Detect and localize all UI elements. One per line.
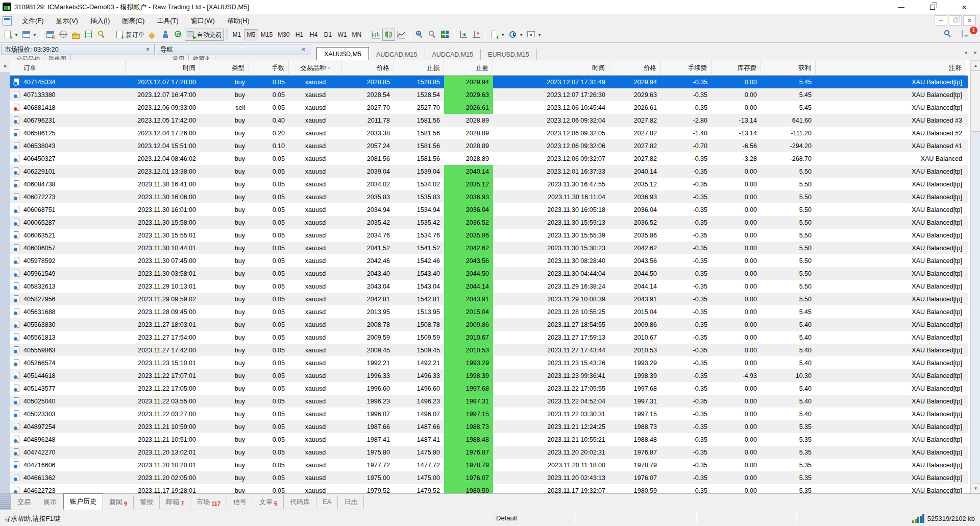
- new-order-button[interactable]: + 新订单: [114, 29, 146, 41]
- candlestick-button[interactable]: [382, 29, 395, 41]
- templates-button[interactable]: ▼: [525, 29, 544, 41]
- column-header-close_price[interactable]: 价格: [609, 60, 661, 76]
- bar-chart-button[interactable]: [370, 29, 382, 41]
- timeframe-mn[interactable]: MN: [350, 29, 364, 40]
- history-row[interactable]: 4048962482023.11.21 10:51:00buy0.05xauus…: [10, 433, 968, 446]
- bottom-tab-新闻[interactable]: 新闻9: [103, 495, 134, 509]
- history-row[interactable]: 4060635212023.11.30 15:55:01buy0.05xauus…: [10, 229, 968, 242]
- history-row[interactable]: 4047422702023.11.20 13:02:01buy0.05xauus…: [10, 446, 968, 459]
- history-row[interactable]: 4064503272023.12.04 08:46:02buy0.05xauus…: [10, 152, 968, 165]
- chart-shift-button[interactable]: [470, 29, 483, 41]
- column-header-comment[interactable]: 注释: [816, 60, 966, 76]
- new-chart-button[interactable]: + ▼: [2, 29, 20, 41]
- scroll-up-icon[interactable]: ▴: [971, 60, 980, 70]
- history-row[interactable]: 4071453342023.12.07 17:28:00buy0.05xauus…: [10, 76, 968, 88]
- timeframe-m30[interactable]: M30: [275, 29, 292, 40]
- metaeditor-button[interactable]: ◆: [146, 29, 159, 41]
- column-header-type[interactable]: 类型: [200, 60, 249, 76]
- history-row[interactable]: 4047166062023.11.20 10:20:01buy0.05xauus…: [10, 459, 968, 471]
- restore-button[interactable]: [924, 2, 941, 13]
- menu-帮助H[interactable]: 帮助(H): [221, 15, 256, 27]
- history-row[interactable]: 4059615492023.11.30 03:58:01buy0.05xauus…: [10, 267, 968, 280]
- history-row[interactable]: 4060060572023.11.30 10:44:01buy0.05xauus…: [10, 242, 968, 254]
- tile-windows-button[interactable]: [439, 29, 452, 41]
- history-row[interactable]: 4065380432023.12.04 15:51:00buy0.10xauus…: [10, 139, 968, 152]
- column-header-close_time[interactable]: 时间: [493, 60, 609, 76]
- column-header-symbol[interactable]: 交易品种▿: [289, 60, 342, 76]
- history-row[interactable]: 4055638302023.11.27 18:03:01buy0.05xauus…: [10, 318, 968, 331]
- history-row[interactable]: 4046227232023.11.17 19:28:01buy0.05xauus…: [10, 484, 968, 493]
- chart-tab-1[interactable]: AUDCAD,M15: [369, 49, 425, 60]
- bottom-tab-EA[interactable]: EA: [316, 495, 338, 509]
- child-close-button[interactable]: ×: [963, 15, 976, 26]
- history-row[interactable]: 4071333802023.12.07 16:47:00buy0.05xauus…: [10, 88, 968, 101]
- history-row[interactable]: 4046613622023.11.20 02:05:00buy0.05xauus…: [10, 471, 968, 484]
- indicators-button[interactable]: + ▼: [488, 29, 507, 41]
- profiles-button[interactable]: ▼: [20, 29, 39, 41]
- column-header-sl[interactable]: 止损: [394, 60, 444, 76]
- menu-工具T[interactable]: 工具(T): [151, 15, 185, 27]
- timeframe-m15[interactable]: M15: [258, 29, 275, 40]
- market-watch-header[interactable]: 市场报价: 03:39:20 ×: [1, 44, 155, 55]
- vertical-scrollbar[interactable]: ▴ ▾: [970, 60, 980, 493]
- history-row[interactable]: 4062291012023.12.01 13:38:00buy0.05xauus…: [10, 165, 968, 178]
- close-button[interactable]: ×: [955, 2, 973, 13]
- bottom-tab-展示[interactable]: 展示: [37, 495, 63, 509]
- menu-图表C[interactable]: 图表(C): [116, 15, 151, 27]
- data-window-button[interactable]: [57, 29, 70, 41]
- periods-button[interactable]: ▼: [507, 29, 525, 41]
- history-row[interactable]: 4048972542023.11.21 10:59:00buy0.05xauus…: [10, 420, 968, 433]
- bottom-tab-日志[interactable]: 日志: [338, 495, 364, 509]
- chart-tab-3[interactable]: EURUSD,M15: [481, 49, 537, 60]
- history-row[interactable]: 4052665742023.11.23 15:10:01buy0.05xauus…: [10, 356, 968, 369]
- history-row[interactable]: 4060847382023.11.30 16:41:00buy0.05xauus…: [10, 178, 968, 190]
- tab-scroll-right-icon[interactable]: ▸: [974, 49, 977, 56]
- column-header-open_time[interactable]: 时间: [126, 60, 200, 76]
- mql5-community-button[interactable]: [159, 29, 172, 41]
- history-row[interactable]: 4051435772023.11.22 17:05:00buy0.05xauus…: [10, 382, 968, 395]
- signals-button[interactable]: [172, 29, 185, 41]
- history-row[interactable]: 4051446182023.11.22 17:07:01buy0.05xauus…: [10, 369, 968, 382]
- menu-文件F[interactable]: 文件(F): [16, 15, 50, 27]
- history-row[interactable]: 4059785922023.11.30 07:45:00buy0.05xauus…: [10, 254, 968, 267]
- line-chart-button[interactable]: [395, 29, 408, 41]
- history-row[interactable]: 4050233032023.11.22 03:27:00buy0.05xauus…: [10, 408, 968, 420]
- column-header-profit[interactable]: 获利: [761, 60, 816, 76]
- timeframe-h4[interactable]: H4: [307, 29, 321, 40]
- strategy-tester-button[interactable]: [95, 29, 108, 41]
- bottom-tab-交易[interactable]: 交易: [11, 495, 37, 509]
- column-header-open_price[interactable]: 价格: [342, 60, 394, 76]
- child-minimize-button[interactable]: [935, 15, 947, 26]
- status-profile[interactable]: Default: [496, 514, 517, 522]
- column-header-lots[interactable]: 手数: [249, 60, 289, 76]
- navigator-button[interactable]: ★: [70, 29, 83, 41]
- zoom-in-button[interactable]: +: [413, 29, 426, 41]
- zoom-out-button[interactable]: [426, 29, 439, 41]
- bottom-tab-代码库[interactable]: 代码库: [284, 495, 316, 509]
- terminal-close-button[interactable]: ×: [0, 60, 10, 73]
- history-row[interactable]: 4065861252023.12.04 17:26:00buy0.20xauus…: [10, 127, 968, 139]
- history-row[interactable]: 4060722732023.11.30 16:06:00buy0.05xauus…: [10, 190, 968, 203]
- column-header-swap[interactable]: 库存费: [712, 60, 761, 76]
- bottom-tab-账户历史[interactable]: 账户历史: [63, 493, 103, 510]
- timeframe-w1[interactable]: W1: [335, 29, 350, 40]
- terminal-grip-icon[interactable]: [0, 494, 11, 510]
- timeframe-h1[interactable]: H1: [292, 29, 307, 40]
- chart-tab-2[interactable]: AUDCAD,M15: [425, 49, 481, 60]
- history-row[interactable]: 4058326132023.11.29 10:13:01buy0.05xauus…: [10, 280, 968, 293]
- auto-scroll-button[interactable]: [457, 29, 470, 41]
- menu-窗口W[interactable]: 窗口(W): [185, 15, 221, 27]
- bottom-tab-警报[interactable]: 警报: [134, 495, 160, 509]
- minimize-button[interactable]: [892, 2, 910, 13]
- history-row[interactable]: 4060652872023.11.30 15:58:00buy0.05xauus…: [10, 216, 968, 229]
- menu-显示V[interactable]: 显示(V): [50, 15, 84, 27]
- bottom-tab-市场[interactable]: 市场117: [190, 495, 227, 509]
- bottom-tab-信号[interactable]: 信号: [227, 495, 253, 509]
- history-row[interactable]: 4055618132023.11.27 17:54:00buy0.05xauus…: [10, 331, 968, 344]
- timeframe-d1[interactable]: D1: [321, 29, 335, 40]
- history-row[interactable]: 4055598632023.11.27 17:42:00buy0.05xauus…: [10, 344, 968, 356]
- column-header-order[interactable]: 订单: [10, 60, 126, 76]
- menu-插入I[interactable]: 插入(I): [84, 15, 116, 27]
- history-row[interactable]: 4050250402023.11.22 03:55:00buy0.05xauus…: [10, 395, 968, 408]
- chart-tab-0[interactable]: XAUUSD,M5: [316, 47, 369, 60]
